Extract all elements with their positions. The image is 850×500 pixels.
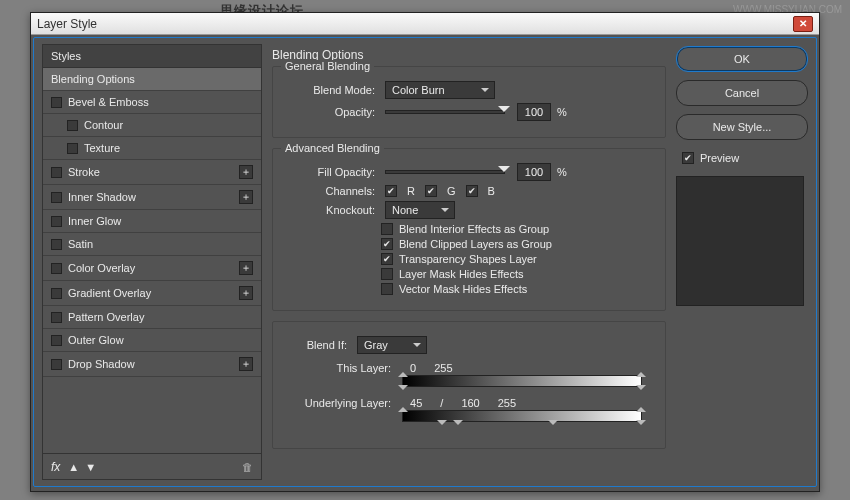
opacity-unit: % <box>557 106 567 118</box>
style-checkbox[interactable] <box>51 192 62 203</box>
style-checkbox[interactable] <box>51 216 62 227</box>
style-item-pattern-overlay[interactable]: Pattern Overlay <box>43 306 261 329</box>
option-checkbox[interactable] <box>381 238 393 250</box>
channel-g-checkbox[interactable] <box>425 185 437 197</box>
option-checkbox[interactable] <box>381 253 393 265</box>
option-checkbox[interactable] <box>381 283 393 295</box>
blend-mode-label: Blend Mode: <box>283 84 375 96</box>
knockout-label: Knockout: <box>283 204 375 216</box>
option-checkbox[interactable] <box>381 268 393 280</box>
options-panel: Blending Options General Blending Blend … <box>270 44 668 480</box>
this-layer-values: 0255 <box>410 362 452 374</box>
channel-b-checkbox[interactable] <box>466 185 478 197</box>
blend-mode-select[interactable]: Color Burn <box>385 81 495 99</box>
blendif-label: Blend If: <box>283 339 347 351</box>
style-label: Blending Options <box>51 73 135 85</box>
option-label: Transparency Shapes Layer <box>399 253 537 265</box>
style-item-inner-shadow[interactable]: Inner Shadow＋ <box>43 185 261 210</box>
style-item-contour[interactable]: Contour <box>43 114 261 137</box>
style-label: Pattern Overlay <box>68 311 144 323</box>
underlying-layer-values: 45/160255 <box>410 397 516 409</box>
styles-header[interactable]: Styles <box>43 45 261 68</box>
layer-style-dialog: Layer Style ✕ Styles Blending OptionsBev… <box>30 12 820 492</box>
style-checkbox[interactable] <box>51 312 62 323</box>
option-label: Blend Clipped Layers as Group <box>399 238 552 250</box>
add-effect-icon[interactable]: ＋ <box>239 190 253 204</box>
general-legend: General Blending <box>281 60 374 72</box>
move-down-icon[interactable]: ▼ <box>85 461 96 473</box>
styles-panel: Styles Blending OptionsBevel & EmbossCon… <box>42 44 262 480</box>
channels-label: Channels: <box>283 185 375 197</box>
style-label: Drop Shadow <box>68 358 135 370</box>
fill-opacity-label: Fill Opacity: <box>283 166 375 178</box>
fill-opacity-slider[interactable] <box>385 170 505 174</box>
add-effect-icon[interactable]: ＋ <box>239 286 253 300</box>
underlying-layer-label: Underlying Layer: <box>283 397 391 409</box>
this-layer-label: This Layer: <box>283 362 391 374</box>
close-button[interactable]: ✕ <box>793 16 813 32</box>
style-checkbox[interactable] <box>67 120 78 131</box>
underlying-layer-gradient[interactable] <box>402 410 642 422</box>
trash-icon[interactable]: 🗑 <box>242 461 253 473</box>
fill-opacity-unit: % <box>557 166 567 178</box>
add-effect-icon[interactable]: ＋ <box>239 165 253 179</box>
titlebar[interactable]: Layer Style ✕ <box>31 13 819 35</box>
this-layer-gradient[interactable] <box>402 375 642 387</box>
style-label: Satin <box>68 238 93 250</box>
style-label: Color Overlay <box>68 262 135 274</box>
style-label: Stroke <box>68 166 100 178</box>
style-checkbox[interactable] <box>51 288 62 299</box>
style-item-stroke[interactable]: Stroke＋ <box>43 160 261 185</box>
fx-menu[interactable]: fx <box>51 460 60 474</box>
ok-button[interactable]: OK <box>676 46 808 72</box>
opacity-input[interactable]: 100 <box>517 103 551 121</box>
blendif-select[interactable]: Gray <box>357 336 427 354</box>
style-label: Inner Shadow <box>68 191 136 203</box>
option-label: Vector Mask Hides Effects <box>399 283 527 295</box>
style-item-gradient-overlay[interactable]: Gradient Overlay＋ <box>43 281 261 306</box>
option-label: Layer Mask Hides Effects <box>399 268 524 280</box>
style-item-drop-shadow[interactable]: Drop Shadow＋ <box>43 352 261 377</box>
fill-opacity-input[interactable]: 100 <box>517 163 551 181</box>
style-checkbox[interactable] <box>51 239 62 250</box>
preview-checkbox[interactable] <box>682 152 694 164</box>
preview-swatch <box>676 176 804 306</box>
opacity-slider[interactable] <box>385 110 505 114</box>
advanced-blending-group: Advanced Blending Fill Opacity: 100 % Ch… <box>272 148 666 311</box>
add-effect-icon[interactable]: ＋ <box>239 357 253 371</box>
style-checkbox[interactable] <box>51 167 62 178</box>
new-style-button[interactable]: New Style... <box>676 114 808 140</box>
cancel-button[interactable]: Cancel <box>676 80 808 106</box>
style-checkbox[interactable] <box>51 359 62 370</box>
option-label: Blend Interior Effects as Group <box>399 223 549 235</box>
knockout-select[interactable]: None <box>385 201 455 219</box>
move-up-icon[interactable]: ▲ <box>68 461 79 473</box>
style-label: Gradient Overlay <box>68 287 151 299</box>
dialog-buttons: OK Cancel New Style... Preview <box>676 44 808 480</box>
style-label: Bevel & Emboss <box>68 96 149 108</box>
channel-r-checkbox[interactable] <box>385 185 397 197</box>
preview-label: Preview <box>700 152 739 164</box>
style-item-bevel-emboss[interactable]: Bevel & Emboss <box>43 91 261 114</box>
style-label: Inner Glow <box>68 215 121 227</box>
style-label: Outer Glow <box>68 334 124 346</box>
style-checkbox[interactable] <box>51 97 62 108</box>
style-item-texture[interactable]: Texture <box>43 137 261 160</box>
general-blending-group: General Blending Blend Mode: Color Burn … <box>272 66 666 138</box>
style-checkbox[interactable] <box>51 263 62 274</box>
style-item-color-overlay[interactable]: Color Overlay＋ <box>43 256 261 281</box>
style-item-blending-options[interactable]: Blending Options <box>43 68 261 91</box>
style-item-satin[interactable]: Satin <box>43 233 261 256</box>
style-checkbox[interactable] <box>51 335 62 346</box>
option-checkbox[interactable] <box>381 223 393 235</box>
add-effect-icon[interactable]: ＋ <box>239 261 253 275</box>
style-item-outer-glow[interactable]: Outer Glow <box>43 329 261 352</box>
opacity-label: Opacity: <box>283 106 375 118</box>
window-title: Layer Style <box>37 17 97 31</box>
style-item-inner-glow[interactable]: Inner Glow <box>43 210 261 233</box>
style-label: Contour <box>84 119 123 131</box>
style-checkbox[interactable] <box>67 143 78 154</box>
advanced-legend: Advanced Blending <box>281 142 384 154</box>
style-label: Texture <box>84 142 120 154</box>
styles-footer: fx ▲▼ 🗑 <box>42 454 262 480</box>
